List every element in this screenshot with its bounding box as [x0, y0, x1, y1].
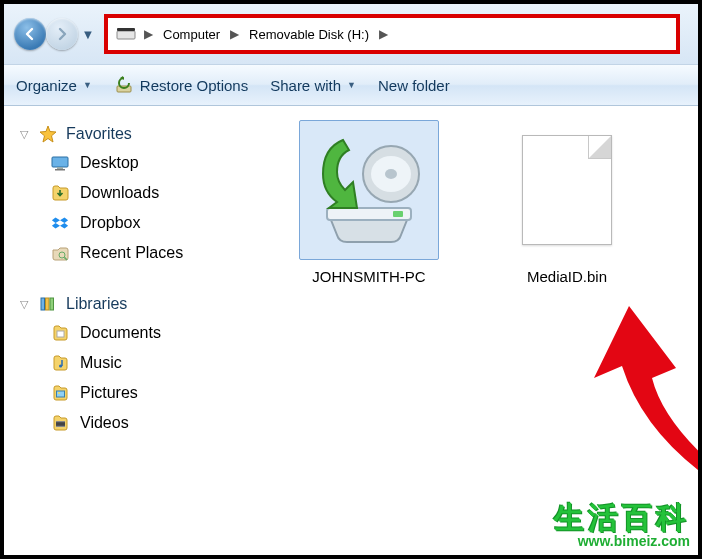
breadcrumb-location[interactable]: Removable Disk (H:)	[245, 25, 373, 44]
svg-rect-10	[57, 331, 64, 337]
svg-rect-15	[56, 421, 65, 422]
downloads-icon	[50, 183, 70, 203]
breadcrumb-separator[interactable]: ▶	[138, 27, 159, 41]
organize-menu[interactable]: Organize ▼	[16, 77, 92, 94]
breadcrumb-computer[interactable]: Computer	[159, 25, 224, 44]
back-button[interactable]	[14, 18, 46, 50]
sidebar-item-recent-places[interactable]: Recent Places	[16, 238, 268, 268]
recent-places-icon	[50, 243, 70, 263]
sidebar-item-label: Downloads	[80, 184, 159, 202]
restore-icon	[114, 75, 134, 95]
svg-rect-4	[57, 167, 63, 169]
svg-rect-9	[50, 298, 54, 310]
new-folder-button[interactable]: New folder	[378, 77, 450, 94]
sidebar-item-label: Desktop	[80, 154, 139, 172]
desktop-icon	[50, 153, 70, 173]
svg-rect-8	[46, 298, 50, 310]
forward-button[interactable]	[46, 18, 78, 50]
sidebar-item-pictures[interactable]: Pictures	[16, 378, 268, 408]
libraries-icon	[38, 294, 58, 314]
address-bar[interactable]: ▶ Computer ▶ Removable Disk (H:) ▶	[104, 14, 680, 54]
backup-drive-icon	[299, 120, 439, 260]
new-folder-label: New folder	[378, 77, 450, 94]
svg-point-13	[58, 392, 60, 394]
sidebar-item-label: Recent Places	[80, 244, 183, 262]
svg-rect-7	[41, 298, 45, 310]
chevron-down-icon: ▼	[83, 80, 92, 90]
file-icon	[497, 120, 637, 260]
pictures-icon	[50, 383, 70, 403]
sidebar-item-documents[interactable]: Documents	[16, 318, 268, 348]
file-view[interactable]: JOHNSMITH-PC MediaID.bin	[274, 106, 698, 555]
sidebar-item-label: Videos	[80, 414, 129, 432]
restore-label: Restore Options	[140, 77, 248, 94]
drive-icon	[116, 27, 138, 41]
svg-rect-3	[52, 157, 68, 167]
svg-rect-5	[55, 169, 65, 171]
libraries-label: Libraries	[66, 295, 127, 313]
share-with-menu[interactable]: Share with ▼	[270, 77, 356, 94]
sidebar-item-label: Pictures	[80, 384, 138, 402]
sidebar-item-label: Dropbox	[80, 214, 140, 232]
breadcrumb-separator[interactable]: ▶	[224, 27, 245, 41]
svg-point-21	[385, 169, 397, 179]
file-item-mediaid[interactable]: MediaID.bin	[482, 120, 652, 286]
navigation-pane: ▽ Favorites Desktop Downloads Dropbox Re…	[4, 106, 274, 555]
sidebar-item-videos[interactable]: Videos	[16, 408, 268, 438]
svg-point-11	[59, 364, 62, 367]
svg-rect-12	[57, 391, 65, 397]
svg-rect-1	[117, 28, 135, 31]
breadcrumb-separator[interactable]: ▶	[373, 27, 394, 41]
dropbox-icon	[50, 213, 70, 233]
file-item-backup-folder[interactable]: JOHNSMITH-PC	[284, 120, 454, 286]
svg-rect-18	[393, 211, 403, 217]
chevron-down-icon: ▼	[347, 80, 356, 90]
file-label: MediaID.bin	[482, 268, 652, 286]
documents-icon	[50, 323, 70, 343]
favorites-header[interactable]: ▽ Favorites	[16, 120, 268, 148]
favorites-label: Favorites	[66, 125, 132, 143]
sidebar-item-label: Music	[80, 354, 122, 372]
main-area: ▽ Favorites Desktop Downloads Dropbox Re…	[4, 106, 698, 555]
libraries-header[interactable]: ▽ Libraries	[16, 290, 268, 318]
organize-label: Organize	[16, 77, 77, 94]
command-bar: Organize ▼ Restore Options Share with ▼ …	[4, 64, 698, 106]
share-label: Share with	[270, 77, 341, 94]
collapse-icon[interactable]: ▽	[18, 298, 30, 311]
sidebar-item-music[interactable]: Music	[16, 348, 268, 378]
annotation-arrow	[594, 306, 702, 536]
file-label: JOHNSMITH-PC	[284, 268, 454, 286]
sidebar-item-downloads[interactable]: Downloads	[16, 178, 268, 208]
collapse-icon[interactable]: ▽	[18, 128, 30, 141]
sidebar-item-desktop[interactable]: Desktop	[16, 148, 268, 178]
nav-history-dropdown[interactable]: ▼	[80, 24, 96, 44]
sidebar-item-label: Documents	[80, 324, 161, 342]
svg-rect-0	[117, 31, 135, 39]
star-icon	[38, 124, 58, 144]
restore-options-button[interactable]: Restore Options	[114, 75, 248, 95]
svg-rect-16	[56, 426, 65, 427]
music-icon	[50, 353, 70, 373]
navigation-bar: ▼ ▶ Computer ▶ Removable Disk (H:) ▶	[4, 4, 698, 64]
sidebar-item-dropbox[interactable]: Dropbox	[16, 208, 268, 238]
videos-icon	[50, 413, 70, 433]
